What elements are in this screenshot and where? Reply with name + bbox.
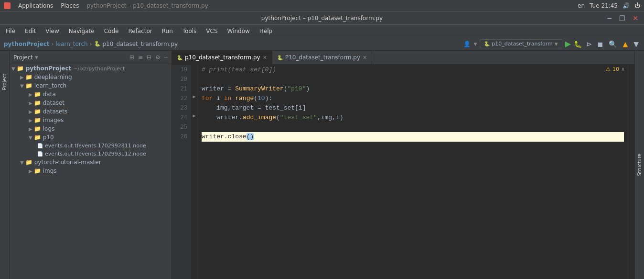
line-num-20: 20 xyxy=(176,75,187,84)
arrow-icon: ▶ xyxy=(20,75,24,80)
structure-strip[interactable]: Structure xyxy=(634,51,644,279)
search-button[interactable]: 🔍 xyxy=(607,40,618,48)
item-name: pythonProject xyxy=(26,65,72,72)
places-menu[interactable]: Places xyxy=(61,2,79,9)
tab-close-icon[interactable]: ✕ xyxy=(263,55,267,61)
item-name: learn_torch xyxy=(34,82,66,89)
code-area[interactable]: # print(test_set[0]) writer = SummaryWri… xyxy=(198,65,628,279)
fold-gutter: ▶ ▶ xyxy=(191,65,198,279)
editor-content[interactable]: 19 20 21 22 23 24 25 26 ▶ ▶ # p xyxy=(172,65,634,279)
item-name: events.out.tfevents.1702992811.node xyxy=(45,143,146,149)
tree-icon-layout[interactable]: ⊞ xyxy=(129,54,134,61)
tab-p10-dataset-transform[interactable]: 🐍 p10_dataset_transform.py ✕ xyxy=(172,51,272,65)
restore-button[interactable]: ❐ xyxy=(617,14,627,22)
folder-icon: 📁 xyxy=(34,117,41,123)
folder-icon: 📁 xyxy=(34,108,41,115)
run-config-selector[interactable]: 🐍 p10_dataset_transform ▼ xyxy=(480,39,562,48)
tree-item[interactable]: ▶ 📁 deeplearning xyxy=(10,73,172,81)
line-numbers: 19 20 21 22 23 24 25 26 xyxy=(172,65,191,279)
menu-run[interactable]: Run xyxy=(158,27,177,35)
menu-refactor[interactable]: Refactor xyxy=(124,27,156,35)
navigate-down-button[interactable]: ▼ xyxy=(632,40,640,48)
close-button[interactable]: ✕ xyxy=(631,14,640,22)
tree-item[interactable]: ▶ 📁 datasets xyxy=(10,107,172,116)
breadcrumb-file[interactable]: p10_dataset_transform.py xyxy=(103,41,178,47)
run-config-dropdown[interactable]: ▼ xyxy=(555,42,558,46)
title-bar: pythonProject – p10_dataset_transform.py… xyxy=(0,11,644,25)
tree-item[interactable]: ▼ 📁 pytorch-tutorial-master xyxy=(10,158,172,167)
collapse-arrow[interactable]: ∧ xyxy=(621,66,625,72)
tree-item[interactable]: 📄 events.out.tfevents.1702993112.node xyxy=(10,150,172,158)
line-num-21: 21 xyxy=(176,84,187,94)
run-button[interactable]: ▶ xyxy=(565,39,571,48)
tree-item[interactable]: ▼ 📁 learn_torch xyxy=(10,81,172,90)
menu-edit[interactable]: Edit xyxy=(21,27,40,35)
tree-item[interactable]: ▶ 📁 data xyxy=(10,90,172,99)
tree-icon-close[interactable]: ─ xyxy=(164,54,168,61)
code-line-22: for i in range(10): xyxy=(202,94,624,103)
breadcrumb-file-icon: 🐍 xyxy=(94,41,101,47)
tab-label: P10_dataset_transform.py xyxy=(285,54,360,61)
folder-icon: 📁 xyxy=(34,134,41,141)
menu-view[interactable]: View xyxy=(42,27,63,35)
stop-button[interactable]: ◼ xyxy=(596,40,605,48)
breadcrumb-sep1: › xyxy=(52,41,54,47)
editor-area: 🐍 p10_dataset_transform.py ✕ 🐍 P10_datas… xyxy=(172,51,634,279)
breadcrumb-project[interactable]: pythonProject xyxy=(4,41,50,47)
warning-count: 10 xyxy=(612,66,619,72)
tree-item[interactable]: 📄 events.out.tfevents.1702992811.node xyxy=(10,142,172,150)
tree-icon-list[interactable]: ≡ xyxy=(138,54,143,61)
run-config-label: p10_dataset_transform xyxy=(492,41,553,47)
folder-icon: 📁 xyxy=(25,74,32,80)
main-layout: Project Project ▼ ⊞ ≡ ⊟ ⚙ ─ ▼ 📁 pythonPr… xyxy=(0,51,644,279)
arrow-icon: ▶ xyxy=(29,126,32,132)
item-path: ~/lxz/pythonProject xyxy=(73,66,125,72)
app-icon xyxy=(4,2,11,9)
project-strip-label[interactable]: Project xyxy=(2,74,7,90)
navigate-up-button[interactable]: ▲ xyxy=(621,40,629,48)
menu-code[interactable]: Code xyxy=(100,27,123,35)
applications-menu[interactable]: Applications xyxy=(18,2,53,9)
tree-item[interactable]: ▶ 📁 logs xyxy=(10,124,172,133)
dropdown-arrow: ▼ xyxy=(473,42,477,46)
minimize-button[interactable]: ─ xyxy=(605,14,613,22)
item-name: dataset xyxy=(43,100,64,106)
tree-item[interactable]: ▶ 📁 images xyxy=(10,116,172,124)
tabs-bar: 🐍 p10_dataset_transform.py ✕ 🐍 P10_datas… xyxy=(172,51,634,65)
debug-button[interactable]: 🐛 xyxy=(574,40,582,48)
menu-navigate[interactable]: Navigate xyxy=(65,27,98,35)
volume-icon[interactable]: 🔊 xyxy=(623,2,630,9)
menu-window[interactable]: Window xyxy=(224,27,254,35)
tab-label: p10_dataset_transform.py xyxy=(185,54,260,61)
warning-indicator[interactable]: ⚠ 10 ∧ xyxy=(604,65,627,73)
folder-icon: 📁 xyxy=(25,159,32,166)
tree-item[interactable]: ▼ 📁 pythonProject ~/lxz/pythonProject xyxy=(10,64,172,73)
tree-icon-settings[interactable]: ⚙ xyxy=(155,54,161,61)
arrow-icon: ▶ xyxy=(29,109,32,114)
panel-title: Project xyxy=(13,54,33,61)
folder-icon: 📁 xyxy=(25,82,32,89)
breadcrumb-folder[interactable]: learn_torch xyxy=(55,41,87,47)
line-num-22: 22 xyxy=(176,94,187,103)
line-num-25: 25 xyxy=(176,123,187,132)
coverage-button[interactable]: ⊳ xyxy=(585,40,593,48)
folder-icon: 📁 xyxy=(34,91,41,98)
panel-dropdown[interactable]: ▼ xyxy=(35,55,38,60)
menu-help[interactable]: Help xyxy=(256,27,276,35)
tree-item[interactable]: ▶ 📁 dataset xyxy=(10,99,172,107)
folder-icon: 📁 xyxy=(34,100,41,106)
menu-tools[interactable]: Tools xyxy=(179,27,201,35)
tree-item[interactable]: ▶ 📁 imgs xyxy=(10,167,172,175)
tab-P10-dataset-transform[interactable]: 🐍 P10_dataset_transform.py ✕ xyxy=(272,51,372,65)
tree-item[interactable]: ▼ 📁 p10 xyxy=(10,133,172,142)
menu-file[interactable]: File xyxy=(2,27,19,35)
arrow-icon: ▶ xyxy=(29,118,32,123)
file-tree-header: Project ▼ ⊞ ≡ ⊟ ⚙ ─ xyxy=(10,51,172,64)
tab-close-icon[interactable]: ✕ xyxy=(363,55,367,61)
power-icon[interactable]: ⏻ xyxy=(634,2,640,9)
item-name: deeplearning xyxy=(34,74,72,80)
tree-icon-collapse[interactable]: ⊟ xyxy=(147,54,151,61)
menu-vcs[interactable]: VCS xyxy=(202,27,221,35)
window-title: pythonProject – p10_dataset_transform.py xyxy=(261,15,383,22)
lang-indicator: en xyxy=(578,2,585,9)
